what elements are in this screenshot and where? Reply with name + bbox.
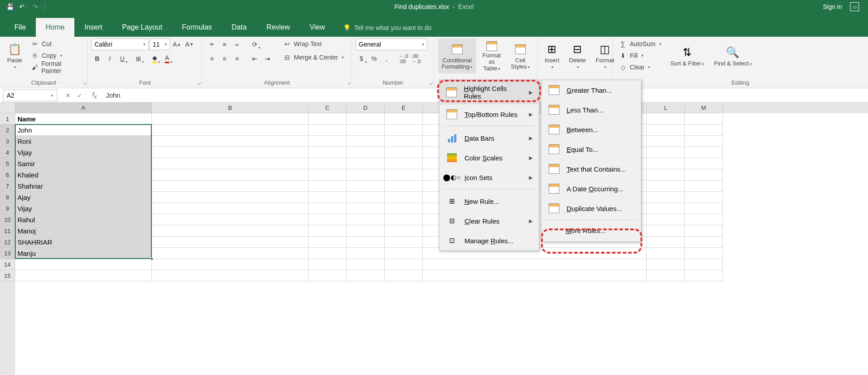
- select-all-corner[interactable]: [0, 103, 15, 113]
- cell[interactable]: [347, 270, 385, 281]
- cell[interactable]: [152, 248, 309, 259]
- menu-manage-rules[interactable]: ⊡ Manage Rules...: [439, 231, 539, 250]
- row-header-5[interactable]: 5: [0, 158, 15, 169]
- cell[interactable]: [385, 192, 423, 203]
- row-header-12[interactable]: 12: [0, 237, 15, 248]
- cell[interactable]: [152, 125, 309, 136]
- insert-cells-button[interactable]: ⊞Insert▾: [541, 39, 563, 73]
- cell[interactable]: [385, 113, 423, 125]
- col-header-m[interactable]: M: [685, 103, 723, 113]
- cell[interactable]: [385, 125, 423, 136]
- cell-a12[interactable]: SHAHRIAR: [15, 237, 152, 248]
- align-top-icon[interactable]: ⫧: [206, 39, 218, 50]
- tab-formulas[interactable]: Formulas: [172, 18, 222, 37]
- border-button[interactable]: ⊞▾: [133, 53, 144, 65]
- cell[interactable]: [347, 248, 385, 259]
- font-name-combo[interactable]: Calibri▾: [91, 39, 149, 50]
- menu-duplicate-values[interactable]: Duplicate Values...: [541, 198, 641, 218]
- cell[interactable]: [647, 237, 685, 248]
- cell[interactable]: [647, 214, 685, 225]
- cell[interactable]: [309, 169, 347, 181]
- cell[interactable]: [347, 147, 385, 158]
- row-header-13[interactable]: 13: [0, 248, 15, 259]
- cell-a5[interactable]: Samir: [15, 158, 152, 169]
- cell[interactable]: [423, 270, 647, 281]
- cell[interactable]: [647, 225, 685, 237]
- cell[interactable]: [347, 181, 385, 192]
- cell[interactable]: [385, 203, 423, 214]
- cell[interactable]: [685, 203, 723, 214]
- cell-a10[interactable]: Rahul: [15, 214, 152, 225]
- cell[interactable]: [647, 203, 685, 214]
- increase-font-icon[interactable]: A▲: [171, 39, 183, 50]
- row-header-3[interactable]: 3: [0, 136, 15, 147]
- menu-top-bottom-rules[interactable]: Top/Bottom Rules ▶: [439, 104, 539, 124]
- cell-a1[interactable]: Name: [15, 113, 152, 125]
- cell[interactable]: [347, 214, 385, 225]
- cell[interactable]: [385, 214, 423, 225]
- cell[interactable]: [385, 136, 423, 147]
- cell[interactable]: [385, 181, 423, 192]
- copy-button[interactable]: ⎘Copy ▾: [28, 50, 84, 61]
- col-header-b[interactable]: B: [152, 103, 309, 113]
- cell[interactable]: [385, 158, 423, 169]
- cell[interactable]: [347, 113, 385, 125]
- cell[interactable]: [685, 225, 723, 237]
- merge-center-button[interactable]: ⊟Merge & Center ▾: [280, 52, 347, 63]
- tab-review[interactable]: Review: [257, 18, 300, 37]
- row-header-1[interactable]: 1: [0, 113, 15, 125]
- cell[interactable]: [152, 147, 309, 158]
- cell[interactable]: [309, 270, 347, 281]
- font-launcher-icon[interactable]: ⤢: [198, 81, 201, 86]
- row-header-10[interactable]: 10: [0, 214, 15, 225]
- cell[interactable]: [647, 147, 685, 158]
- cell[interactable]: [647, 113, 685, 125]
- cell-a15[interactable]: [15, 270, 152, 281]
- accounting-format-icon[interactable]: $▾: [356, 53, 367, 65]
- cell[interactable]: [685, 248, 723, 259]
- decrease-indent-icon[interactable]: ⇤: [249, 53, 261, 65]
- cell[interactable]: [152, 169, 309, 181]
- align-left-icon[interactable]: ≡: [206, 53, 218, 65]
- format-as-table-button[interactable]: Format as Table▾: [479, 39, 504, 73]
- menu-text-contains[interactable]: Text that Contains...: [541, 159, 641, 179]
- cell[interactable]: [309, 125, 347, 136]
- redo-icon[interactable]: ↷▾: [31, 1, 42, 12]
- row-header-4[interactable]: 4: [0, 147, 15, 158]
- customize-qat-icon[interactable]: ▾: [48, 1, 59, 12]
- cell[interactable]: [685, 136, 723, 147]
- clipboard-launcher-icon[interactable]: ⤢: [83, 81, 86, 86]
- cell-a3[interactable]: Roni: [15, 136, 152, 147]
- tab-view[interactable]: View: [300, 18, 335, 37]
- cell-a14[interactable]: [15, 259, 152, 270]
- clear-button[interactable]: ◇Clear ▾: [616, 62, 664, 73]
- cell[interactable]: [647, 248, 685, 259]
- decrease-font-icon[interactable]: A▼: [184, 39, 195, 50]
- align-center-icon[interactable]: ≡: [219, 53, 230, 65]
- cell[interactable]: [309, 192, 347, 203]
- menu-data-bars[interactable]: Data Bars ▶: [439, 128, 539, 148]
- menu-date-occurring[interactable]: A Date Occurring...: [541, 179, 641, 198]
- cell[interactable]: [347, 125, 385, 136]
- cell[interactable]: [347, 237, 385, 248]
- cell[interactable]: [347, 192, 385, 203]
- cell[interactable]: [309, 248, 347, 259]
- cell[interactable]: [685, 192, 723, 203]
- tab-home[interactable]: Home: [36, 18, 75, 37]
- cell-a8[interactable]: Ajay: [15, 192, 152, 203]
- tab-page-layout[interactable]: Page Layout: [112, 18, 172, 37]
- cell[interactable]: [385, 248, 423, 259]
- cell[interactable]: [309, 214, 347, 225]
- fx-icon[interactable]: fx: [88, 91, 101, 100]
- save-icon[interactable]: 💾: [4, 1, 15, 12]
- menu-clear-rules[interactable]: ⊟ Clear Rules ▶: [439, 211, 539, 231]
- delete-cells-button[interactable]: ⊟Delete▾: [566, 39, 590, 73]
- row-header-9[interactable]: 9: [0, 203, 15, 214]
- cell[interactable]: [647, 192, 685, 203]
- cell[interactable]: [152, 158, 309, 169]
- cell[interactable]: [685, 270, 723, 281]
- cancel-formula-icon[interactable]: ✕: [63, 90, 73, 101]
- menu-less-than[interactable]: Less Than...: [541, 100, 641, 120]
- cell[interactable]: [152, 259, 309, 270]
- cell[interactable]: [385, 259, 423, 270]
